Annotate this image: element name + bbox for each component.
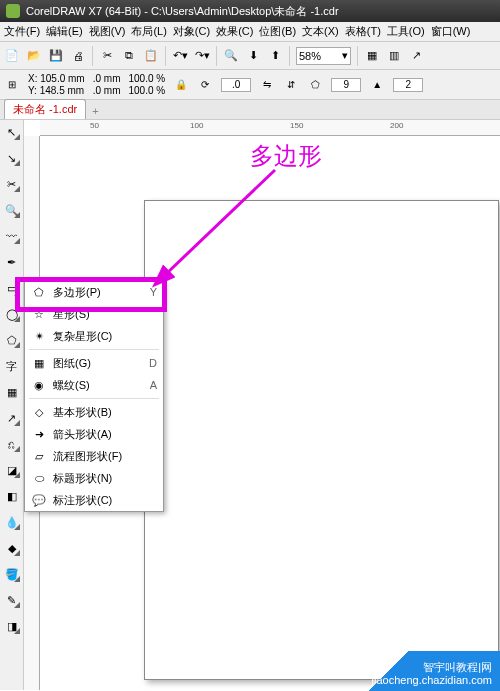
width-value: .0 mm — [93, 73, 121, 85]
x-value: 105.0 mm — [40, 73, 84, 84]
outline-tool[interactable]: ✎ — [2, 590, 22, 610]
flyout-banner-shapes[interactable]: ⬭ 标题形状(N) — [25, 467, 163, 489]
sharpness-icon: ▲ — [369, 77, 385, 93]
flyout-spiral[interactable]: ◉ 螺纹(S) A — [25, 374, 163, 396]
flyout-callout-shapes[interactable]: 💬 标注形状(C) — [25, 489, 163, 511]
y-value: 148.5 mm — [40, 85, 84, 96]
flyout-flowchart-shapes[interactable]: ▱ 流程图形状(F) — [25, 445, 163, 467]
paste-icon[interactable]: 📋 — [143, 48, 159, 64]
menu-object[interactable]: 对象(C) — [173, 24, 210, 39]
menu-tools[interactable]: 工具(O) — [387, 24, 425, 39]
ruler-horizontal: 50 100 150 200 — [40, 120, 500, 136]
rectangle-tool[interactable]: ▭ — [2, 278, 22, 298]
flyout-label: 基本形状(B) — [53, 405, 157, 420]
sides-input[interactable] — [331, 78, 361, 92]
mirror-v-icon[interactable]: ⇵ — [283, 77, 299, 93]
chevron-down-icon: ▾ — [342, 49, 348, 62]
menu-table[interactable]: 表格(T) — [345, 24, 381, 39]
lock-ratio-icon[interactable]: 🔒 — [173, 77, 189, 93]
flyout-basic-shapes[interactable]: ◇ 基本形状(B) — [25, 401, 163, 423]
menu-window[interactable]: 窗口(W) — [431, 24, 471, 39]
open-icon[interactable]: 📂 — [26, 48, 42, 64]
flowchart-shapes-icon: ▱ — [31, 448, 47, 464]
tab-label: 未命名 -1.cdr — [13, 103, 77, 115]
drop-shadow-tool[interactable]: ◪ — [2, 460, 22, 480]
flyout-arrow-shapes[interactable]: ➜ 箭头形状(A) — [25, 423, 163, 445]
connector-tool[interactable]: ⎌ — [2, 434, 22, 454]
spiral-icon: ◉ — [31, 377, 47, 393]
separator — [357, 46, 358, 66]
zoom-value: 58% — [299, 50, 321, 62]
new-icon[interactable]: 📄 — [4, 48, 20, 64]
sharpness-input[interactable] — [393, 78, 423, 92]
standard-toolbar: 📄 📂 💾 🖨 ✂ ⧉ 📋 ↶▾ ↷▾ 🔍 ⬇ ⬆ 58%▾ ▦ ▥ ↗ — [0, 42, 500, 70]
basic-shapes-icon: ◇ — [31, 404, 47, 420]
interactive-fill-tool[interactable]: ◆ — [2, 538, 22, 558]
save-icon[interactable]: 💾 — [48, 48, 64, 64]
watermark: 智宇叫教程|网 jiaocheng.chazidian.com — [320, 651, 500, 691]
annotation-label: 多边形 — [250, 140, 322, 172]
copy-icon[interactable]: ⧉ — [121, 48, 137, 64]
cut-icon[interactable]: ✂ — [99, 48, 115, 64]
flyout-label: 螺纹(S) — [53, 378, 137, 393]
separator — [165, 46, 166, 66]
callout-shapes-icon: 💬 — [31, 492, 47, 508]
scale-readout: 100.0 % 100.0 % — [128, 73, 165, 97]
ruler-mark: 100 — [190, 121, 203, 130]
menu-text[interactable]: 文本(X) — [302, 24, 339, 39]
smart-fill-tool[interactable]: 🪣 — [2, 564, 22, 584]
table-tool[interactable]: ▦ — [2, 382, 22, 402]
transparency-tool[interactable]: ◧ — [2, 486, 22, 506]
flyout-polygon[interactable]: ⬠ 多边形(P) Y — [25, 281, 163, 303]
menu-view[interactable]: 视图(V) — [89, 24, 126, 39]
menu-layout[interactable]: 布局(L) — [131, 24, 166, 39]
export-icon[interactable]: ⬆ — [267, 48, 283, 64]
arrow-shapes-icon: ➜ — [31, 426, 47, 442]
ruler-mark: 200 — [390, 121, 403, 130]
star-icon: ☆ — [31, 306, 47, 322]
zoom-tool[interactable]: 🔍 — [2, 200, 22, 220]
tab-document[interactable]: 未命名 -1.cdr — [4, 99, 86, 119]
snap-icon[interactable]: ▦ — [364, 48, 380, 64]
rotation-input[interactable] — [221, 78, 251, 92]
freehand-tool[interactable]: 〰 — [2, 226, 22, 246]
shape-tool[interactable]: ↘ — [2, 148, 22, 168]
flyout-shortcut: D — [143, 357, 157, 369]
flyout-complex-star[interactable]: ✴ 复杂星形(C) — [25, 325, 163, 347]
x-label: X: — [28, 73, 40, 84]
polygon-icon: ⬠ — [31, 284, 47, 300]
search-icon[interactable]: 🔍 — [223, 48, 239, 64]
zoom-select[interactable]: 58%▾ — [296, 47, 351, 65]
flyout-graph-paper[interactable]: ▦ 图纸(G) D — [25, 352, 163, 374]
dimension-tool[interactable]: ↗ — [2, 408, 22, 428]
menu-bitmap[interactable]: 位图(B) — [259, 24, 296, 39]
menubar: 文件(F) 编辑(E) 视图(V) 布局(L) 对象(C) 效果(C) 位图(B… — [0, 22, 500, 42]
eyedropper-tool[interactable]: 💧 — [2, 512, 22, 532]
pick-tool[interactable]: ↖ — [2, 122, 22, 142]
options-icon[interactable]: ▥ — [386, 48, 402, 64]
flyout-star[interactable]: ☆ 星形(S) — [25, 303, 163, 325]
separator — [216, 46, 217, 66]
fill-tool[interactable]: ◨ — [2, 616, 22, 636]
complex-star-icon: ✴ — [31, 328, 47, 344]
page — [144, 200, 499, 680]
banner-shapes-icon: ⬭ — [31, 470, 47, 486]
tab-add[interactable]: + — [86, 103, 104, 119]
text-tool[interactable]: 字 — [2, 356, 22, 376]
menu-file[interactable]: 文件(F) — [4, 24, 40, 39]
redo-icon[interactable]: ↷▾ — [194, 48, 210, 64]
launch-icon[interactable]: ↗ — [408, 48, 424, 64]
menu-edit[interactable]: 编辑(E) — [46, 24, 83, 39]
position-icon: ⊞ — [4, 77, 20, 93]
import-icon[interactable]: ⬇ — [245, 48, 261, 64]
menu-effect[interactable]: 效果(C) — [216, 24, 253, 39]
ellipse-tool[interactable]: ◯ — [2, 304, 22, 324]
artistic-media-tool[interactable]: ✒ — [2, 252, 22, 272]
app-logo-icon — [6, 4, 20, 18]
polygon-tool[interactable]: ⬠ — [2, 330, 22, 350]
flyout-label: 复杂星形(C) — [53, 329, 137, 344]
crop-tool[interactable]: ✂ — [2, 174, 22, 194]
undo-icon[interactable]: ↶▾ — [172, 48, 188, 64]
mirror-h-icon[interactable]: ⇋ — [259, 77, 275, 93]
print-icon[interactable]: 🖨 — [70, 48, 86, 64]
